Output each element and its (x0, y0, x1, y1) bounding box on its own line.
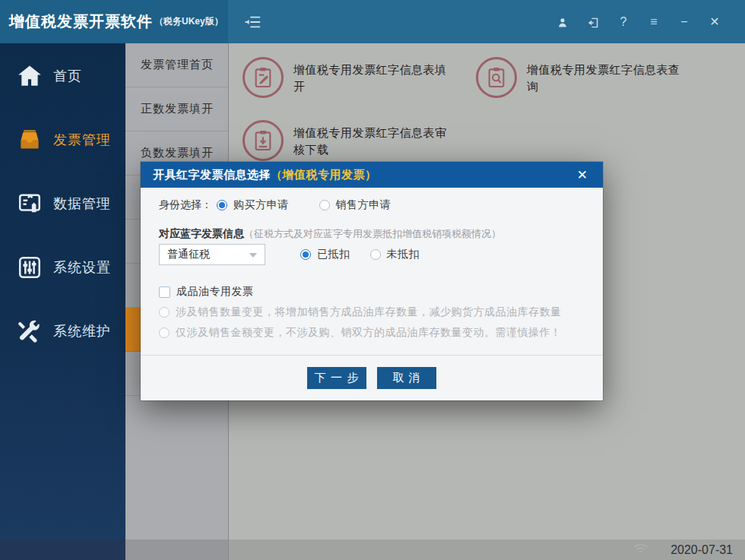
radio-deducted[interactable]: 已抵扣 (300, 248, 350, 261)
dialog-title-highlight: （增值税专用发票） (271, 168, 377, 181)
submenu-item-invoice-home[interactable]: 发票管理首页 (125, 43, 228, 87)
help-icon[interactable]: ? (608, 0, 639, 43)
radio-label: 销售方申请 (336, 198, 392, 212)
submenu-item-label: 正数发票填开 (141, 102, 214, 116)
clipboard-search-icon (476, 57, 517, 98)
title-bar-right: ? ≡ − ✕ (228, 0, 745, 43)
radio-unselected-icon[interactable] (319, 200, 330, 210)
identity-row: 身份选择： 购买方申请 销售方申请 (159, 198, 391, 212)
title-bar: 增值税发票开票软件 （税务UKey版） ? ≡ − ✕ (0, 0, 745, 43)
sidebar-item-system-maintenance[interactable]: 系统维护 (0, 316, 125, 346)
settings-icon (17, 255, 43, 280)
tax-mode-value: 普通征税 (167, 248, 210, 261)
oil-invoice-checkbox[interactable] (159, 286, 170, 298)
radio-label: 未抵扣 (387, 248, 420, 261)
submenu-item-label: 发票管理首页 (141, 58, 214, 72)
invoice-icon (17, 127, 43, 153)
sidebar-item-label: 首页 (53, 67, 82, 85)
radio-label: 仅涉及销售金额变更，不涉及购、销双方的成品油库存数量变动。需谨慎操作！ (176, 326, 562, 340)
submenu-item-positive-invoice[interactable]: 正数发票填开 (125, 87, 228, 131)
minimize-icon[interactable]: − (669, 0, 699, 43)
status-bar-mid (125, 539, 228, 560)
radio-disabled-icon[interactable] (159, 327, 170, 338)
tools-icon (17, 318, 43, 344)
radio-unselected-icon[interactable] (370, 249, 381, 260)
radio-label: 涉及销售数量变更，将增加销售方成品油库存数量，减少购货方成品油库存数量 (176, 305, 562, 319)
card-red-letter-fill[interactable]: 增值税专用发票红字信息表填开 (243, 57, 471, 98)
radio-label: 已抵扣 (317, 248, 350, 261)
radio-not-deducted[interactable]: 未抵扣 (370, 248, 420, 261)
submenu-item-label: 负数发票填开 (141, 146, 214, 160)
oil-option-quantity-change[interactable]: 涉及销售数量变更，将增加销售方成品油库存数量，减少购货方成品油库存数量 (159, 305, 562, 319)
logout-icon[interactable] (578, 0, 608, 43)
card-label: 增值税专用发票红字信息表填开 (293, 57, 457, 98)
sidebar-item-invoice-management[interactable]: 发票管理 (0, 125, 125, 155)
tax-mode-dropdown[interactable]: 普通征税 (159, 244, 265, 265)
app-title: 增值税发票开票软件 (9, 11, 153, 32)
blue-invoice-note: （征税方式及对应蓝字专用发票抵扣增值税销项税额情况） (244, 227, 501, 241)
window-controls: ? ≡ − ✕ (547, 0, 730, 43)
dialog-divider (141, 355, 603, 356)
sidebar-item-label: 系统维护 (53, 322, 111, 340)
radio-disabled-icon[interactable] (159, 307, 170, 318)
oil-invoice-checkbox-label: 成品油专用发票 (176, 285, 254, 299)
radio-seller-apply[interactable]: 销售方申请 (319, 198, 392, 212)
dialog-header: 开具红字发票信息选择（增值税专用发票） ✕ (141, 162, 603, 188)
status-date: 2020-07-31 (670, 543, 733, 557)
identity-label: 身份选择： (159, 198, 212, 212)
status-bar-right: 2020-07-31 (228, 539, 745, 560)
next-step-button[interactable]: 下 一 步 (307, 367, 366, 389)
blue-invoice-label-row: 对应蓝字发票信息 （征税方式及对应蓝字专用发票抵扣增值税销项税额情况） (159, 227, 501, 241)
card-label: 增值税专用发票红字信息表审核下载 (293, 120, 457, 161)
card-red-letter-query[interactable]: 增值税专用发票红字信息表查询 (476, 57, 704, 98)
sidebar-item-label: 发票管理 (53, 131, 111, 149)
radio-selected-icon[interactable] (217, 200, 227, 210)
collapse-sidebar-icon[interactable] (245, 14, 262, 30)
home-icon (17, 63, 43, 89)
tax-mode-row: 普通征税 已抵扣 未抵扣 (159, 244, 420, 265)
cancel-button[interactable]: 取 消 (377, 367, 436, 389)
app-edition: （税务UKey版） (154, 15, 224, 28)
status-bar: 2020-07-31 (0, 539, 745, 560)
card-label: 增值税专用发票红字信息表查询 (527, 57, 690, 98)
sidebar-item-home[interactable]: 首页 (0, 61, 125, 91)
clipboard-edit-icon (243, 57, 284, 98)
main-sidebar: 首页 发票管理 数据管理 系统设置 (0, 43, 125, 539)
oil-option-amount-change[interactable]: 仅涉及销售金额变更，不涉及购、销双方的成品油库存数量变动。需谨慎操作！ (159, 326, 562, 340)
clipboard-download-icon (243, 120, 284, 161)
red-letter-info-dialog: 开具红字发票信息选择（增值税专用发票） ✕ 身份选择： 购买方申请 销售方申请 … (141, 162, 603, 400)
sidebar-item-data-management[interactable]: 数据管理 (0, 188, 125, 219)
radio-buyer-apply[interactable]: 购买方申请 (217, 198, 289, 212)
radio-selected-icon[interactable] (300, 249, 311, 260)
sidebar-item-system-settings[interactable]: 系统设置 (0, 252, 125, 283)
dialog-title: 开具红字发票信息选择（增值税专用发票） (153, 168, 377, 182)
dialog-title-text: 开具红字发票信息选择 (153, 168, 271, 181)
dialog-buttons: 下 一 步 取 消 (141, 367, 603, 389)
blue-invoice-label: 对应蓝字发票信息 (159, 227, 244, 241)
user-icon[interactable] (547, 0, 578, 43)
menu-icon[interactable]: ≡ (639, 0, 669, 43)
radio-label: 购买方申请 (233, 198, 289, 212)
app-title-area: 增值税发票开票软件 （税务UKey版） (0, 0, 228, 43)
oil-invoice-checkbox-row[interactable]: 成品油专用发票 (159, 285, 254, 299)
close-icon[interactable]: ✕ (699, 0, 730, 43)
sidebar-item-label: 数据管理 (53, 195, 111, 213)
chevron-down-icon (249, 253, 257, 258)
card-red-letter-audit-download[interactable]: 增值税专用发票红字信息表审核下载 (243, 120, 471, 161)
dialog-body: 身份选择： 购买方申请 销售方申请 对应蓝字发票信息 （征税方式及对应蓝字专用发… (141, 188, 603, 400)
wifi-icon (632, 543, 649, 557)
sidebar-item-label: 系统设置 (53, 258, 111, 277)
status-bar-left (0, 539, 125, 560)
dialog-close-icon[interactable]: ✕ (574, 167, 591, 183)
data-icon (17, 191, 43, 217)
